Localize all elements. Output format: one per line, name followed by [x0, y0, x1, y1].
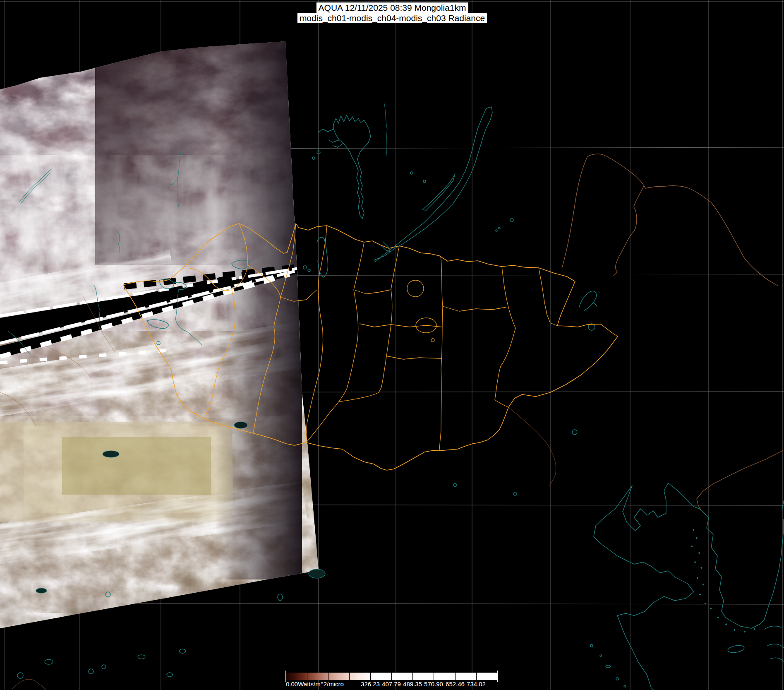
colorbar-value-label: 489.35	[403, 680, 422, 688]
colorbar-tick	[455, 673, 456, 680]
map-canvas	[0, 0, 784, 690]
colorbar-tick	[391, 673, 392, 680]
satellite-viewer-screen: { "header": { "title_line1": "AQUA 12/11…	[0, 0, 784, 690]
colorbar-value-label: 652.46	[446, 680, 465, 688]
colorbar-tick	[412, 673, 413, 680]
colorbar-tick	[349, 673, 350, 680]
colorbar-unit-label: 0.00Watts/m^2/micro	[286, 680, 344, 688]
colorbar-tick	[307, 673, 307, 680]
colorbar-tick	[370, 673, 371, 680]
colorbar-end-tick	[497, 671, 498, 682]
satellite-map-image	[0, 0, 784, 690]
colorbar-value-label: 407.79	[382, 680, 401, 688]
qinghai-lake	[309, 569, 325, 578]
colorbar-tick	[434, 673, 434, 680]
colorbar-tick	[328, 673, 328, 680]
title-line-2: modis_ch01-modis_ch04-modis_ch03 Radianc…	[297, 13, 487, 23]
title-line-1: AQUA 12/11/2025 08:39 Mongolia1km	[316, 2, 468, 13]
colorbar-value-label: 734.02	[467, 680, 486, 688]
colorbar-tick	[476, 673, 477, 680]
colorbar-gradient	[286, 673, 497, 680]
image-title-annotation: AQUA 12/11/2025 08:39 Mongolia1km modis_…	[297, 2, 487, 23]
colorbar-value-label: 570.90	[424, 680, 443, 688]
colorbar-value-label: 326.23	[361, 680, 380, 688]
